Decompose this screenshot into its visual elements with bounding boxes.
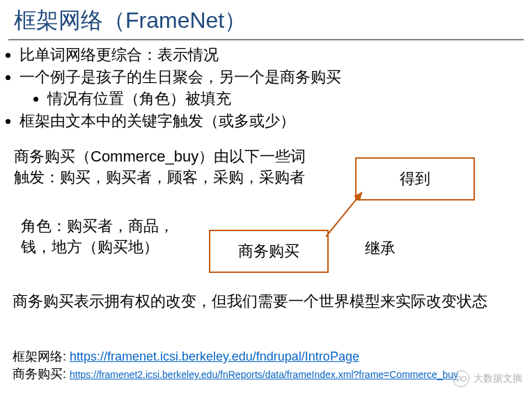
watermark: 大数据文摘 [453,370,522,387]
slide-title: 框架网络（FrameNet） [0,0,532,39]
slide: 框架网络（FrameNet） 比单词网络更综合：表示情况 一个例子是孩子的生日聚… [0,0,532,401]
trigger-words-text: 商务购买（Commerce_buy）由以下一些词触发：购买，购买者，顾客，采购，… [14,146,313,187]
footer-links: 框架网络: https://framenet.icsi.berkeley.edu… [13,348,458,383]
bullet-2: 一个例子是孩子的生日聚会，另一个是商务购买 情况有位置（角色）被填充 [19,67,532,109]
svg-line-0 [326,192,362,237]
watermark-text: 大数据文摘 [474,372,522,385]
bullet-3: 框架由文本中的关键字触发（或多或少） [19,111,532,132]
footer-line-2: 商务购买: https://framenet2.icsi.berkeley.ed… [13,365,458,383]
bullet-1: 比单词网络更综合：表示情况 [19,45,532,65]
footer-label-2: 商务购买: [13,367,70,381]
ownership-change-text: 商务购买表示拥有权的改变，但我们需要一个世界模型来实际改变状态 [13,291,514,312]
box-buy: 商务购买 [209,230,329,273]
title-divider [8,39,524,40]
footer-label-1: 框架网络: [13,349,70,363]
roles-text: 角色：购买者，商品，钱，地方（购买地） [21,216,202,257]
watermark-icon [453,370,469,387]
bullet-2-text: 一个例子是孩子的生日聚会，另一个是商务购买 [19,68,341,86]
sub-bullet-list: 情况有位置（角色）被填充 [47,88,532,109]
bullet-2-sub: 情况有位置（角色）被填充 [47,88,532,109]
framenet-link[interactable]: https://framenet.icsi.berkeley.edu/fndru… [70,349,359,363]
bullet-list: 比单词网络更综合：表示情况 一个例子是孩子的生日聚会，另一个是商务购买 情况有位… [19,45,532,132]
footer-line-1: 框架网络: https://framenet.icsi.berkeley.edu… [13,348,458,365]
inherit-arrow-icon [320,188,376,244]
commerce-buy-link[interactable]: https://framenet2.icsi.berkeley.edu/fnRe… [70,369,458,380]
